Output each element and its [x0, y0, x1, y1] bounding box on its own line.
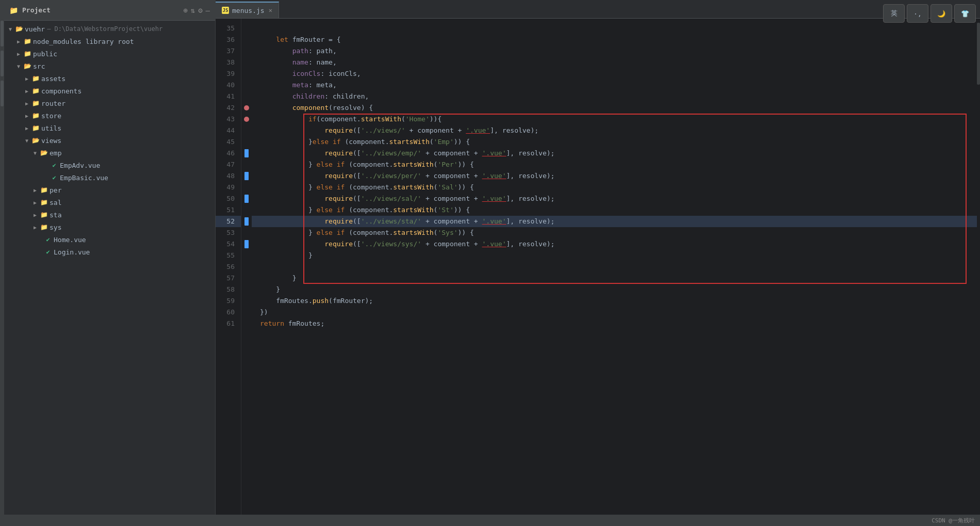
- src-arrow: ▼: [14, 63, 23, 69]
- gutter: [241, 19, 252, 515]
- panel-header-icons: ⊕ ⇅ ⚙ —: [183, 6, 210, 14]
- node-modules-arrow: ▶: [14, 39, 23, 44]
- bookmark-46: [244, 149, 249, 157]
- line48-plus2: +: [470, 170, 482, 182]
- tree-item-router[interactable]: ▶ 📁 router: [4, 97, 215, 109]
- line43-dot: .: [357, 114, 361, 125]
- code-content[interactable]: let fmRouter = { path : path, name :: [252, 19, 977, 515]
- locate-icon[interactable]: ⊕: [183, 6, 187, 14]
- line48-str2: '.vue': [482, 170, 507, 182]
- assets-icon: 📁: [31, 75, 40, 82]
- settings-icon[interactable]: ⚙: [198, 6, 202, 14]
- tree-item-per[interactable]: ▶ 📁 per: [4, 184, 215, 196]
- line53-end: )) {: [458, 227, 474, 238]
- editor-tab-menus[interactable]: JS menus.js ✕: [216, 2, 279, 18]
- punct-button[interactable]: ·,: [907, 4, 928, 23]
- line49-starts: startsWith: [393, 182, 433, 193]
- line38-name-val: name,: [317, 57, 337, 68]
- tree-item-node-modules[interactable]: ▶ 📁 node_modules library root: [4, 35, 215, 47]
- line-num-40: 40: [216, 79, 241, 91]
- sys-icon: 📁: [39, 224, 48, 231]
- tree-item-assets[interactable]: ▶ 📁 assets: [4, 72, 215, 85]
- code-line-55: }: [252, 250, 977, 261]
- gutter-42: [241, 102, 252, 114]
- line36-let: let: [276, 34, 292, 45]
- root-arrow: ▼: [6, 26, 14, 32]
- tree-item-empbasic[interactable]: ✔ EmpBasic.vue: [4, 171, 215, 184]
- theme-button[interactable]: 🌙: [930, 4, 952, 23]
- line-num-58: 58: [216, 284, 241, 295]
- line43-paren1: (: [317, 114, 321, 125]
- gutter-44: [241, 125, 252, 136]
- tree-item-utils[interactable]: ▶ 📁 utils: [4, 122, 215, 134]
- line48-indent: [260, 170, 324, 182]
- tree-item-components[interactable]: ▶ 📁 components: [4, 85, 215, 97]
- tree-item-root[interactable]: ▼ 📂 vuehr – D:\Data\WebstormProject\vueh…: [4, 23, 215, 35]
- line54-paren1: ([: [353, 238, 361, 250]
- root-path: – D:\Data\WebstormProject\vuehr: [47, 25, 162, 33]
- line-num-51: 51: [216, 204, 241, 216]
- line-num-36: 36: [216, 34, 241, 45]
- gutter-46: [241, 148, 252, 159]
- line44-plus2: +: [454, 125, 466, 136]
- line37-path-key: path: [292, 45, 308, 57]
- tree-item-login[interactable]: ✔ Login.vue: [4, 246, 215, 258]
- gutter-61: [241, 318, 252, 329]
- skin-button[interactable]: 👕: [954, 4, 976, 23]
- tree-item-src[interactable]: ▼ 📂 src: [4, 60, 215, 72]
- line53-else: else if: [317, 227, 349, 238]
- line41-indent: [260, 91, 292, 102]
- line47-indent: [260, 159, 308, 170]
- status-right-text: CSDN @一角残叶: [932, 517, 975, 524]
- line59-push: push: [313, 295, 329, 307]
- line51-st: 'St': [437, 204, 453, 216]
- line-num-39: 39: [216, 68, 241, 79]
- line44-indent: [260, 125, 324, 136]
- tree-item-views[interactable]: ▼ 📂 views: [4, 134, 215, 147]
- router-label: router: [41, 100, 66, 107]
- line50-plus2: +: [470, 193, 482, 204]
- line53-paren2: (: [434, 227, 438, 238]
- code-line-41: children : children,: [252, 91, 977, 102]
- line43-starts: startsWith: [361, 114, 401, 125]
- status-bar: CSDN @一角残叶: [0, 515, 980, 526]
- tree-item-store[interactable]: ▶ 📁 store: [4, 109, 215, 122]
- line49-paren1: (component.: [349, 182, 393, 193]
- panel-header: 📁 Project ⊕ ⇅ ⚙ —: [4, 0, 215, 21]
- code-line-61: return fmRoutes;: [252, 318, 977, 329]
- line47-paren1: (component.: [349, 159, 393, 170]
- line59-indent: [260, 295, 276, 307]
- tree-item-sal[interactable]: ▶ 📁 sal: [4, 196, 215, 209]
- line48-str1: '../views/per/': [361, 170, 421, 182]
- tree-item-empadv[interactable]: ✔ EmpAdv.vue: [4, 159, 215, 171]
- code-line-35: [252, 23, 977, 34]
- line-num-55: 55: [216, 250, 241, 261]
- public-arrow: ▶: [14, 51, 23, 57]
- code-line-42: component ( resolve) {: [252, 102, 977, 114]
- tree-item-public[interactable]: ▶ 📁 public: [4, 47, 215, 60]
- line51-else: else if: [317, 204, 349, 216]
- tree-item-sta[interactable]: ▶ 📁 sta: [4, 209, 215, 221]
- line46-require: require: [324, 148, 353, 159]
- tree-item-emp[interactable]: ▼ 📂 emp: [4, 147, 215, 159]
- code-line-44: require ([ '../views/' + component + '.v…: [252, 125, 977, 136]
- empadv-icon: ✔: [50, 162, 59, 169]
- emp-arrow: ▼: [31, 150, 39, 156]
- line49-else: else if: [317, 182, 349, 193]
- collapse-icon[interactable]: ⇅: [191, 6, 195, 14]
- lang-button[interactable]: 英: [883, 4, 905, 23]
- tree-item-home[interactable]: ✔ Home.vue: [4, 233, 215, 246]
- hide-icon[interactable]: —: [206, 6, 210, 14]
- code-line-48: require ([ '../views/per/' + component +…: [252, 170, 977, 182]
- tree-item-sys[interactable]: ▶ 📁 sys: [4, 221, 215, 233]
- line-num-49: 49: [216, 182, 241, 193]
- line45-starts: startsWith: [389, 136, 429, 148]
- line45-paren2: (: [430, 136, 434, 148]
- line50-require: require: [324, 193, 353, 204]
- line39-indent: [260, 68, 292, 79]
- line50-plus1: +: [421, 193, 433, 204]
- tab-close-icon[interactable]: ✕: [269, 7, 272, 14]
- gutter-57: [241, 273, 252, 284]
- code-line-57: }: [252, 273, 977, 284]
- line54-str1: '../views/sys/': [361, 238, 421, 250]
